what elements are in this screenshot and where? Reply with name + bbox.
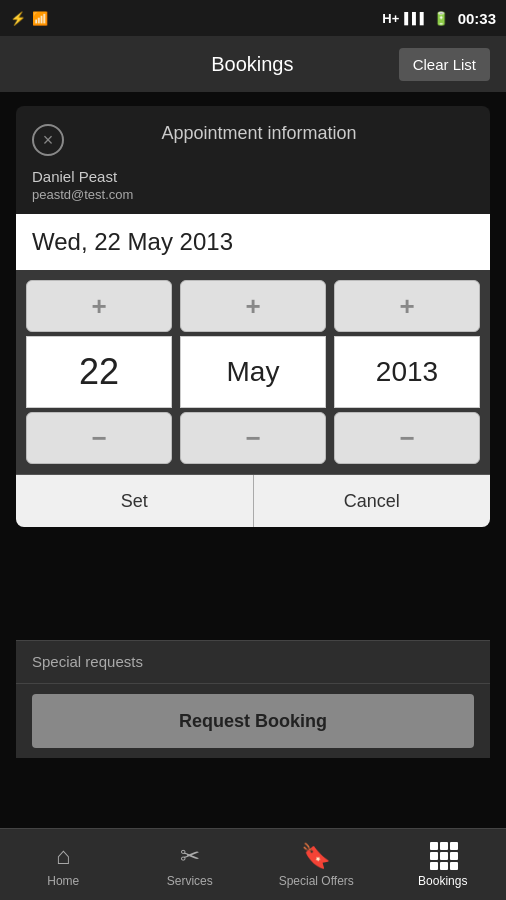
special-requests-area: Special requests Request Booking — [16, 640, 490, 758]
year-column: + 2013 − — [334, 280, 480, 464]
day-increment-button[interactable]: + — [26, 280, 172, 332]
request-booking-button[interactable]: Request Booking — [32, 694, 474, 748]
clear-list-button[interactable]: Clear List — [399, 48, 490, 81]
request-booking-area: Request Booking — [16, 683, 490, 758]
day-column: + 22 − — [26, 280, 172, 464]
nav-label-services: Services — [167, 874, 213, 888]
status-right-icons: H+ ▌▌▌ 🔋 00:33 — [382, 10, 496, 27]
appointment-dialog: × Appointment information Daniel Peast p… — [16, 106, 490, 527]
month-increment-button[interactable]: + — [180, 280, 326, 332]
month-column: + May − — [180, 280, 326, 464]
year-increment-button[interactable]: + — [334, 280, 480, 332]
special-requests-label: Special requests — [32, 653, 143, 670]
usb-icon: ⚡ — [10, 11, 26, 26]
wifi-icon: 📶 — [32, 11, 48, 26]
user-name: Daniel Peast — [32, 168, 474, 185]
hplus-icon: H+ — [382, 11, 399, 26]
set-button[interactable]: Set — [16, 475, 254, 527]
special-requests: Special requests — [16, 640, 490, 683]
main-content: × Appointment information Daniel Peast p… — [0, 92, 506, 828]
user-email: peastd@test.com — [32, 187, 474, 202]
cancel-button[interactable]: Cancel — [254, 475, 491, 527]
day-value: 22 — [26, 336, 172, 408]
nav-label-special-offers: Special Offers — [279, 874, 354, 888]
close-button[interactable]: × — [32, 124, 64, 156]
month-decrement-button[interactable]: − — [180, 412, 326, 464]
user-info: Daniel Peast peastd@test.com — [16, 164, 490, 214]
year-value: 2013 — [334, 336, 480, 408]
grid-icon — [430, 842, 456, 870]
dialog-header: × Appointment information — [16, 106, 490, 164]
month-value: May — [180, 336, 326, 408]
date-display: Wed, 22 May 2013 — [16, 214, 490, 270]
nav-label-bookings: Bookings — [418, 874, 467, 888]
page-title: Bookings — [106, 53, 399, 76]
bookmark-icon: 🔖 — [301, 842, 331, 870]
day-decrement-button[interactable]: − — [26, 412, 172, 464]
clock-display: 00:33 — [458, 10, 496, 27]
app-bar: Bookings Clear List — [0, 36, 506, 92]
signal-icon: ▌▌▌ — [404, 12, 427, 24]
battery-icon: 🔋 — [433, 11, 449, 26]
date-picker: + 22 − + May − + 2013 − — [16, 270, 490, 474]
bottom-navigation: ⌂ Home ✂ Services 🔖 Special Offers Booki… — [0, 828, 506, 900]
home-icon: ⌂ — [56, 842, 71, 870]
nav-item-services[interactable]: ✂ Services — [127, 829, 254, 900]
year-decrement-button[interactable]: − — [334, 412, 480, 464]
scissors-icon: ✂ — [180, 842, 200, 870]
dialog-title: Appointment information — [76, 122, 474, 145]
dialog-actions: Set Cancel — [16, 474, 490, 527]
status-left-icons: ⚡ 📶 — [10, 11, 48, 26]
nav-item-home[interactable]: ⌂ Home — [0, 829, 127, 900]
nav-label-home: Home — [47, 874, 79, 888]
nav-item-bookings[interactable]: Bookings — [380, 829, 507, 900]
nav-item-special-offers[interactable]: 🔖 Special Offers — [253, 829, 380, 900]
status-bar: ⚡ 📶 H+ ▌▌▌ 🔋 00:33 — [0, 0, 506, 36]
